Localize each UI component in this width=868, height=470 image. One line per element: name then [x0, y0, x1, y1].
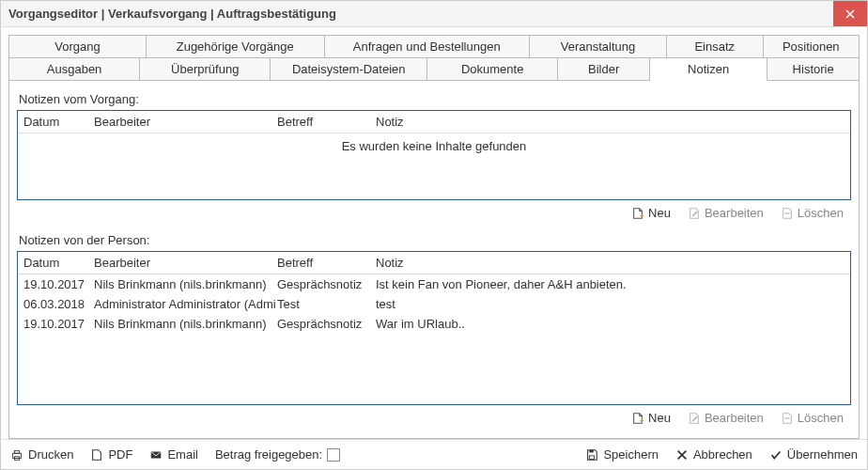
abbrechen-label: Abbrechen [693, 447, 752, 462]
svg-rect-1 [14, 450, 19, 453]
content-area: Vorgang Zugehörige Vorgänge Anfragen und… [1, 27, 867, 439]
cell-datum: 06.03.2018 [23, 297, 94, 311]
cell-betreff: Gesprächsnotiz [277, 317, 376, 331]
loeschen-button-1[interactable]: Löschen [781, 206, 844, 220]
tab-einsatz[interactable]: Einsatz [667, 35, 764, 58]
grid-person-header: Datum Bearbeiter Betreff Notiz [18, 252, 850, 274]
edit-icon [688, 412, 701, 425]
uebernehmen-label: Übernehmen [787, 447, 858, 462]
pdf-button[interactable]: PDF [90, 447, 132, 462]
apply-icon [769, 448, 783, 462]
table-row[interactable]: 06.03.2018 Administrator Administrator (… [18, 294, 850, 314]
new-icon [631, 412, 644, 425]
tab-ueberpruefung[interactable]: Überprüfung [140, 58, 271, 81]
actions-vorgang: Neu Bearbeiten Löschen [17, 200, 851, 226]
neu-label: Neu [648, 206, 671, 220]
tab-dokumente[interactable]: Dokumente [427, 58, 558, 81]
tab-notizen[interactable]: Notizen [650, 58, 767, 81]
email-button[interactable]: Email [149, 447, 198, 462]
tab-vorgang[interactable]: Vorgang [8, 35, 147, 58]
delete-icon [781, 207, 794, 220]
tab-veranstaltung[interactable]: Veranstaltung [530, 35, 667, 58]
edit-icon [688, 207, 701, 220]
cell-notiz: War im URlaub.. [376, 317, 845, 331]
grid-vorgang-body: Es wurden keine Inhalte gefunden [18, 133, 850, 199]
titlebar: Vorgangseditor | Verkaufsvorgang | Auftr… [1, 1, 867, 27]
speichern-label: Speichern [603, 447, 659, 462]
col-notiz[interactable]: Notiz [376, 115, 845, 129]
footer: Drucken PDF Email Betrag freigegeben: Sp… [1, 439, 867, 469]
cell-betreff: Test [277, 297, 376, 311]
col-datum[interactable]: Datum [23, 115, 94, 129]
drucken-button[interactable]: Drucken [10, 447, 73, 462]
cell-bearbeiter: Nils Brinkmann (nils.brinkmann) [94, 317, 277, 331]
bearbeiten-label: Bearbeiten [705, 206, 764, 220]
col-bearbeiter[interactable]: Bearbeiter [94, 115, 277, 129]
close-icon [845, 9, 855, 19]
pdf-icon [90, 448, 103, 462]
tab-anfragen[interactable]: Anfragen und Bestellungen [325, 35, 531, 58]
svg-rect-5 [590, 449, 594, 452]
pdf-label: PDF [108, 447, 132, 462]
tab-row-2: Ausgaben Überprüfung Dateisystem-Dateien… [8, 58, 860, 81]
loeschen-button-2[interactable]: Löschen [781, 411, 844, 425]
cell-betreff: Gesprächsnotiz [277, 277, 376, 291]
svg-rect-4 [590, 455, 595, 459]
section2-label: Notizen von der Person: [19, 233, 849, 247]
grid-person: Datum Bearbeiter Betreff Notiz 19.10.201… [17, 251, 851, 405]
freigeben-checkbox[interactable] [327, 448, 340, 462]
tab-zugehoerige[interactable]: Zugehörige Vorgänge [147, 35, 325, 58]
tab-dateisystem[interactable]: Dateisystem-Dateien [271, 58, 427, 81]
bearbeiten-button-2[interactable]: Bearbeiten [688, 411, 764, 425]
cell-datum: 19.10.2017 [23, 317, 94, 331]
bearbeiten-label: Bearbeiten [705, 411, 764, 425]
tab-bilder[interactable]: Bilder [558, 58, 650, 81]
bearbeiten-button-1[interactable]: Bearbeiten [688, 206, 764, 220]
cell-bearbeiter: Administrator Administrator (Admi [94, 297, 277, 311]
abbrechen-button[interactable]: Abbrechen [675, 447, 752, 462]
tab-ausgaben[interactable]: Ausgaben [8, 58, 140, 81]
tab-positionen[interactable]: Positionen [764, 35, 860, 58]
neu-label: Neu [648, 411, 671, 425]
actions-person: Neu Bearbeiten Löschen [17, 405, 851, 431]
print-icon [10, 448, 23, 462]
cell-notiz: Ist kein Fan von Pioneer, daher A&H anbi… [376, 277, 845, 291]
window-title: Vorgangseditor | Verkaufsvorgang | Auftr… [1, 1, 833, 26]
cancel-icon [675, 448, 689, 462]
grid-vorgang-empty: Es wurden keine Inhalte gefunden [18, 133, 850, 191]
cell-notiz: test [376, 297, 845, 311]
freigeben-label: Betrag freigegeben: [215, 447, 322, 462]
new-icon [631, 207, 644, 220]
tab-row-1: Vorgang Zugehörige Vorgänge Anfragen und… [8, 35, 860, 58]
close-button[interactable] [833, 1, 867, 26]
col-betreff[interactable]: Betreff [277, 115, 376, 129]
tab-historie[interactable]: Historie [767, 58, 860, 81]
save-icon [585, 448, 598, 462]
drucken-label: Drucken [28, 447, 73, 462]
freigeben-field: Betrag freigegeben: [215, 447, 340, 462]
neu-button-2[interactable]: Neu [631, 411, 671, 425]
tab-container: Vorgang Zugehörige Vorgänge Anfragen und… [8, 35, 860, 81]
grid-vorgang-header: Datum Bearbeiter Betreff Notiz [18, 111, 850, 133]
loeschen-label: Löschen [798, 206, 844, 220]
loeschen-label: Löschen [798, 411, 844, 425]
col-notiz[interactable]: Notiz [376, 256, 845, 270]
neu-button-1[interactable]: Neu [631, 206, 671, 220]
col-datum[interactable]: Datum [23, 256, 94, 270]
table-row[interactable]: 19.10.2017 Nils Brinkmann (nils.brinkman… [18, 314, 850, 334]
delete-icon [781, 412, 794, 425]
tab-panel-notizen: Notizen vom Vorgang: Datum Bearbeiter Be… [8, 81, 860, 439]
table-row[interactable]: 19.10.2017 Nils Brinkmann (nils.brinkman… [18, 274, 850, 294]
grid-vorgang: Datum Bearbeiter Betreff Notiz Es wurden… [17, 110, 851, 200]
speichern-button[interactable]: Speichern [585, 447, 659, 462]
email-label: Email [167, 447, 198, 462]
uebernehmen-button[interactable]: Übernehmen [769, 447, 858, 462]
col-betreff[interactable]: Betreff [277, 256, 376, 270]
cell-datum: 19.10.2017 [23, 277, 94, 291]
email-icon [149, 448, 163, 462]
cell-bearbeiter: Nils Brinkmann (nils.brinkmann) [94, 277, 277, 291]
window: Vorgangseditor | Verkaufsvorgang | Auftr… [0, 0, 868, 470]
grid-person-body: 19.10.2017 Nils Brinkmann (nils.brinkman… [18, 274, 850, 404]
col-bearbeiter[interactable]: Bearbeiter [94, 256, 277, 270]
section1-label: Notizen vom Vorgang: [19, 92, 849, 106]
